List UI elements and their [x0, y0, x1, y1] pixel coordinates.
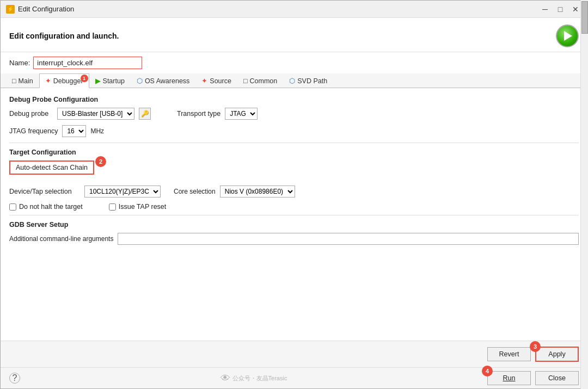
watermark: 👁 公众号・友晶Terasic	[220, 373, 287, 384]
freq-unit: MHz	[90, 127, 104, 135]
help-button[interactable]: ?	[9, 373, 20, 384]
svd-tab-icon: ⬡	[289, 77, 295, 85]
watermark-text: 公众号・友晶Terasic	[232, 374, 287, 382]
maximize-button[interactable]: □	[554, 4, 567, 15]
apply-button[interactable]: Apply	[535, 347, 579, 362]
main-content: Debug Probe Configuration Debug probe US…	[1, 88, 587, 367]
scrollbar[interactable]	[580, 88, 587, 341]
tab-source-label: Source	[210, 77, 231, 85]
tab-main-label: Main	[19, 77, 33, 85]
badge-2: 2	[95, 156, 106, 167]
tap-reset-checkbox[interactable]	[109, 203, 116, 211]
device-tap-select[interactable]: 10CL120(Y|Z)/EP3C	[84, 186, 161, 197]
header-title: Edit configuration and launch.	[9, 32, 119, 40]
halt-checkbox[interactable]	[9, 203, 16, 211]
device-tap-label: Device/Tap selection	[9, 188, 80, 195]
halt-label: Do not halt the target	[19, 203, 83, 211]
header-section: Edit configuration and launch.	[1, 18, 587, 52]
cmd-row: Additional command-line arguments	[9, 233, 579, 245]
name-label: Name:	[9, 59, 30, 67]
target-config-title: Target Configuration	[9, 149, 579, 156]
window-title: Edit Configuration	[18, 5, 74, 13]
tap-reset-checkbox-item: Issue TAP reset	[109, 203, 167, 211]
divider-2	[9, 215, 579, 215]
title-bar-left: ⚡ Edit Configuration	[6, 5, 74, 14]
tab-startup[interactable]: ▶ Startup	[89, 73, 131, 88]
os-tab-icon: ⬡	[137, 77, 143, 85]
tab-common-label: Common	[250, 77, 278, 85]
name-row: Name:	[1, 52, 587, 73]
name-input[interactable]	[33, 57, 142, 69]
common-tab-icon: □	[243, 77, 248, 85]
debug-probe-section: Debug Probe Configuration Debug probe US…	[9, 96, 579, 137]
probe-label: Debug probe	[9, 110, 53, 118]
freq-row: JTAG frequency 16 8 4 MHz	[9, 125, 579, 137]
minimize-button[interactable]: ─	[538, 4, 552, 15]
device-tap-row: Device/Tap selection 10CL120(Y|Z)/EP3C C…	[9, 186, 579, 197]
run-footer-button[interactable]: Run	[487, 371, 531, 385]
probe-select[interactable]: USB-Blaster [USB-0]	[57, 108, 134, 120]
tab-svd-label: SVD Path	[297, 77, 327, 85]
app-icon: ⚡	[6, 5, 15, 14]
tabs-bar: □ Main ✦ Debugger 1 ▶ Startup ⬡ OS Aware…	[1, 73, 587, 88]
revert-button[interactable]: Revert	[487, 347, 531, 361]
window-controls: ─ □ ✕	[538, 4, 582, 15]
startup-tab-icon: ▶	[95, 77, 101, 85]
cmd-input[interactable]	[118, 233, 579, 245]
key-icon[interactable]: 🔑	[139, 108, 151, 120]
close-footer-button[interactable]: Close	[535, 371, 579, 385]
footer-btns: Run 4 Close	[487, 371, 579, 385]
scrollable-content: Debug Probe Configuration Debug probe US…	[1, 88, 587, 341]
tab-debugger-label: Debugger	[53, 77, 83, 85]
checkbox-group: Do not halt the target Issue TAP reset	[9, 203, 579, 211]
source-tab-icon: ✦	[201, 77, 207, 85]
freq-label: JTAG frequency	[9, 127, 58, 135]
tab-debugger[interactable]: ✦ Debugger 1	[39, 73, 89, 88]
tab-os-awareness[interactable]: ⬡ OS Awareness	[131, 73, 195, 88]
title-bar: ⚡ Edit Configuration ─ □ ✕	[1, 1, 587, 18]
badge-4: 4	[482, 366, 493, 376]
bottom-buttons: Revert Apply 3	[1, 341, 587, 367]
tab-common[interactable]: □ Common	[237, 74, 283, 88]
debugger-tab-icon: ✦	[45, 77, 51, 85]
target-config-section: Target Configuration Auto-detect Scan Ch…	[9, 149, 579, 211]
badge-3: 3	[530, 341, 541, 352]
transport-label: Transport type	[177, 110, 220, 118]
debug-probe-row: Debug probe USB-Blaster [USB-0] 🔑 Transp…	[9, 108, 579, 120]
core-label: Core selection	[174, 188, 216, 195]
tab-main[interactable]: □ Main	[6, 74, 39, 88]
run-header-button[interactable]	[556, 24, 579, 47]
footer-bar: ? 👁 公众号・友晶Terasic Run 4 Close	[1, 367, 587, 388]
main-window: ⚡ Edit Configuration ─ □ ✕ Edit configur…	[0, 0, 588, 389]
freq-select[interactable]: 16 8 4	[62, 125, 86, 137]
cmd-label: Additional command-line arguments	[9, 235, 113, 243]
transport-select[interactable]: JTAG	[225, 108, 258, 120]
gdb-title: GDB Server Setup	[9, 221, 579, 229]
main-tab-icon: □	[12, 77, 16, 85]
tab-svd-path[interactable]: ⬡ SVD Path	[283, 73, 333, 88]
tap-reset-label: Issue TAP reset	[119, 203, 167, 211]
window-content: Edit configuration and launch. Name: □ M…	[1, 18, 587, 388]
debug-probe-title: Debug Probe Configuration	[9, 96, 579, 103]
tab-startup-label: Startup	[103, 77, 125, 85]
halt-checkbox-item: Do not halt the target	[9, 203, 83, 211]
core-select[interactable]: Nios V (0x08986E0)	[220, 186, 295, 197]
tab-os-label: OS Awareness	[145, 77, 189, 85]
tab-source[interactable]: ✦ Source	[195, 73, 237, 88]
divider-1	[9, 143, 579, 143]
auto-detect-button[interactable]: Auto-detect Scan Chain	[9, 160, 94, 175]
gdb-section: GDB Server Setup Additional command-line…	[9, 221, 579, 245]
debugger-badge: 1	[81, 75, 88, 82]
